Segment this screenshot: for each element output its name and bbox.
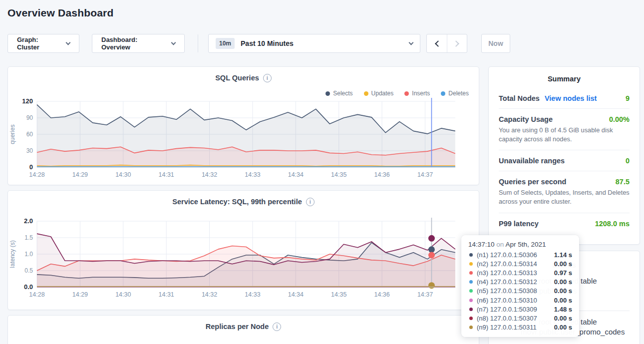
svg-text:14:34: 14:34 [288, 291, 304, 298]
chevron-down-icon [66, 40, 71, 45]
time-range-badge: 10m [216, 38, 235, 49]
node-color-dot [469, 326, 473, 329]
chevron-down-icon [409, 40, 414, 45]
tooltip-node-row: (n1) 127.0.0.1:503061.14 s [468, 250, 572, 259]
p99-latency-value: 1208.0 ms [595, 220, 630, 228]
time-range-picker[interactable]: 10m Past 10 Minutes [208, 34, 420, 53]
info-icon[interactable]: i [306, 198, 315, 206]
queries-per-second-value: 87.5 [616, 178, 630, 186]
svg-text:0.5: 0.5 [24, 267, 33, 274]
time-next-button[interactable] [447, 34, 467, 52]
svg-text:latency (s): latency (s) [9, 240, 16, 268]
legend-label: Inserts [412, 90, 430, 97]
sql-queries-card: SQL Queries i SelectsUpdatesInsertsDelet… [7, 66, 479, 185]
now-button[interactable]: Now [481, 34, 510, 53]
legend-dot [441, 91, 445, 96]
node-address: (n3) 127.0.0.1:50313 [477, 269, 537, 277]
info-icon[interactable]: i [263, 74, 272, 82]
legend-dot [325, 91, 330, 96]
svg-text:14:28: 14:28 [29, 291, 44, 298]
node-color-dot [469, 289, 473, 293]
legend-label: Selects [333, 90, 352, 97]
svg-text:120: 120 [22, 97, 33, 105]
svg-text:14:28: 14:28 [29, 171, 44, 178]
svg-text:14:32: 14:32 [202, 171, 217, 178]
svg-text:14:34: 14:34 [288, 171, 304, 178]
node-color-dot [469, 317, 473, 320]
info-icon[interactable]: i [273, 323, 281, 331]
unavailable-ranges-label: Unavailable ranges [499, 157, 565, 165]
dashboard-dropdown[interactable]: Dashboard: Overview [92, 34, 185, 53]
svg-text:14:30: 14:30 [115, 171, 131, 178]
chevron-right-icon [453, 40, 459, 47]
sql-queries-chart[interactable]: 14:2814:2914:3014:3114:3214:3314:3414:35… [8, 95, 464, 184]
tooltip-node-row: (n2) 127.0.0.1:503140.00 s [468, 259, 572, 268]
total-nodes-value: 9 [626, 94, 630, 102]
tooltip-node-row: (n3) 127.0.0.1:503130.97 s [468, 268, 572, 277]
sql-queries-legend: SelectsUpdatesInsertsDeletes [325, 90, 469, 97]
total-nodes-label: Total Nodes [499, 94, 540, 102]
node-color-dot [469, 299, 473, 302]
legend-item-inserts[interactable]: Inserts [404, 90, 430, 97]
tooltip-on: on [496, 241, 504, 248]
service-latency-chart[interactable]: 14:2814:2914:3014:3114:3214:3314:3414:35… [8, 215, 464, 304]
replicas-per-node-card: Replicas per Node i [7, 315, 479, 344]
capacity-usage-description: You are using 0 B of 4.5 GiB usable disk… [499, 126, 630, 144]
p99-latency-label: P99 latency [499, 220, 539, 228]
chevron-down-icon [171, 40, 176, 45]
graph-dropdown-label: Graph: Cluster [17, 36, 61, 51]
tooltip-node-row: (n7) 127.0.0.1:503091.48 s [468, 305, 572, 314]
node-latency-value: 0.00 s [554, 260, 572, 268]
tooltip-node-rows: (n1) 127.0.0.1:503061.14 s(n2) 127.0.0.1… [468, 250, 572, 332]
overview-dashboard-page: Overview Dashboard Graph: Cluster Dashbo… [0, 0, 644, 344]
legend-label: Updates [371, 90, 394, 97]
node-latency-value: 0.00 s [554, 315, 572, 322]
node-address: (n7) 127.0.0.1:50309 [477, 306, 537, 313]
tooltip-node-row: (n6) 127.0.0.1:503100.00 s [468, 296, 572, 305]
svg-text:14:29: 14:29 [72, 171, 88, 178]
svg-text:14:29: 14:29 [72, 291, 88, 298]
tooltip-node-row: (n9) 127.0.0.1:503110.00 s [468, 323, 572, 332]
node-address: (n2) 127.0.0.1:50314 [477, 260, 537, 268]
capacity-usage-label: Capacity Usage [499, 115, 553, 123]
node-latency-value: 0.97 s [554, 269, 572, 277]
summary-card: Summary Total Nodes View nodes list 9 Ca… [488, 66, 640, 245]
node-address: (n6) 127.0.0.1:50310 [477, 297, 537, 304]
time-prev-button[interactable] [427, 34, 447, 52]
node-address: (n5) 127.0.0.1:50308 [477, 287, 537, 295]
view-nodes-list-link[interactable]: View nodes list [545, 94, 597, 102]
tooltip-timestamp: 14:37:10 on Apr 5th, 2021 [468, 241, 572, 248]
tooltip-date: Apr 5th, 2021 [505, 241, 546, 248]
chevron-left-icon [435, 40, 441, 47]
replicas-per-node-title: Replicas per Node [206, 323, 269, 331]
time-nav-group [426, 34, 467, 53]
svg-text:14:35: 14:35 [331, 171, 346, 178]
svg-text:queries: queries [9, 124, 16, 144]
svg-text:30: 30 [26, 147, 33, 154]
node-color-dot [469, 280, 473, 284]
legend-item-updates[interactable]: Updates [364, 90, 394, 97]
svg-text:1.0: 1.0 [24, 251, 33, 258]
svg-text:1.5: 1.5 [24, 234, 33, 241]
node-color-dot [469, 271, 473, 275]
dashboard-dropdown-label: Dashboard: Overview [101, 36, 167, 51]
graph-dropdown[interactable]: Graph: Cluster [7, 34, 79, 53]
queries-per-second-description: Sum of Selects, Updates, Inserts, and De… [499, 188, 630, 206]
chart-hover-tooltip: 14:37:10 on Apr 5th, 2021 (n1) 127.0.0.1… [461, 235, 579, 337]
tooltip-node-row: (n4) 127.0.0.1:503120.00 s [468, 278, 572, 287]
node-latency-value: 1.48 s [554, 306, 572, 313]
node-latency-value: 0.00 s [554, 287, 572, 295]
node-latency-value: 0.00 s [554, 324, 572, 331]
node-address: (n8) 127.0.0.1:50307 [477, 315, 537, 322]
legend-item-deletes[interactable]: Deletes [441, 90, 469, 97]
time-range-label: Past 10 Minutes [241, 39, 294, 47]
legend-dot [364, 91, 368, 96]
svg-text:14:31: 14:31 [159, 171, 174, 178]
node-address: (n4) 127.0.0.1:50312 [477, 278, 537, 286]
legend-dot [404, 91, 409, 96]
charts-column: SQL Queries i SelectsUpdatesInsertsDelet… [7, 66, 479, 344]
legend-item-selects[interactable]: Selects [325, 90, 352, 97]
dashboard-controls: Graph: Cluster Dashboard: Overview 10m P… [7, 34, 510, 53]
summary-row-p99-latency: P99 latency 1208.0 ms [499, 213, 630, 234]
tooltip-node-row: (n8) 127.0.0.1:503070.00 s [468, 314, 572, 323]
